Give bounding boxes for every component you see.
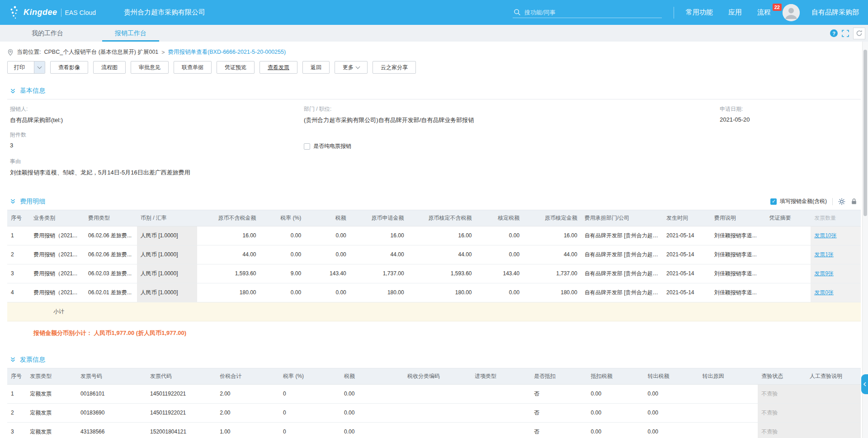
avatar[interactable]: [783, 4, 800, 21]
column-header: 发生时间: [663, 210, 711, 226]
epure-checkbox[interactable]: [304, 143, 310, 150]
column-header: 税收分类编码: [404, 368, 471, 385]
table-cell: 否: [530, 422, 587, 438]
table-cell: 06.02.01 差旅费...: [85, 283, 137, 302]
toolbar: 打印 查看影像 流程图 审批意见 联查单据 凭证预览 查看发票 返回 更多 云之…: [7, 61, 861, 74]
table-row[interactable]: 3费用报销（2021...06.02.03 差旅费...人民币 [1.0000]…: [7, 264, 861, 283]
field-value: 2021-05-20: [720, 116, 858, 123]
table-cell: 180.00: [350, 283, 408, 302]
print-button[interactable]: 打印: [7, 61, 45, 74]
tab-reimburse-workbench[interactable]: 报销工作台: [102, 25, 159, 42]
table-cell: 1.00: [216, 422, 279, 438]
fill-amount-checkbox-row[interactable]: 填写报销金额(含税): [770, 198, 827, 205]
yunzhijia-share-button[interactable]: 云之家分享: [373, 61, 416, 74]
invoice-count-link[interactable]: 发票1张: [814, 251, 834, 258]
table-cell: 0.00: [644, 403, 699, 422]
table-cell: 00186101: [77, 384, 146, 403]
column-header: 价税合计: [216, 368, 279, 385]
table-cell: 1,593.60: [197, 264, 260, 283]
brand-product: EAS Cloud: [65, 9, 96, 16]
table-cell: 费用报销（2021...: [30, 283, 85, 302]
voucher-preview-button[interactable]: 凭证预览: [217, 61, 255, 74]
table-cell: 0.00: [340, 384, 404, 403]
breadcrumb-current-link[interactable]: 费用报销单查看(BXD-6666-2021-5-20-000255): [168, 48, 286, 56]
table-cell: 44.00: [197, 245, 260, 264]
nav-process[interactable]: 流程 22: [757, 8, 771, 17]
table-row[interactable]: 4费用报销（2021...06.02.01 差旅费...人民币 [1.0000]…: [7, 283, 861, 302]
table-cell: 2: [7, 403, 26, 422]
field-epure-invoice: 是否纯电票报销: [304, 131, 720, 151]
table-cell: 刘佳颖报销李道...: [711, 283, 766, 302]
collapse-chevrons-icon[interactable]: [10, 357, 16, 363]
table-row[interactable]: 3定额发票431385661520018041211.0000.00否0.000…: [7, 422, 861, 438]
table-cell: [471, 422, 530, 438]
table-cell: 费用报销（2021...: [30, 264, 85, 283]
table-cell: 0.00: [644, 384, 699, 403]
table-cell: [404, 384, 471, 403]
panel-collapse-tab[interactable]: [861, 374, 868, 394]
table-row[interactable]: 1定额发票001861011450119220212.0000.00否0.000…: [7, 384, 861, 403]
collapse-chevrons-icon[interactable]: [10, 198, 16, 204]
nav-common-functions[interactable]: 常用功能: [686, 8, 713, 17]
tab-gap: [76, 25, 102, 42]
table-cell: 0.00: [340, 422, 404, 438]
epure-checkbox-row[interactable]: 是否纯电票报销: [304, 142, 351, 150]
basic-info-grid: 报销人: 自有品牌采购部(tel:) 部门 / 职位: (贵州合力超市采购有限公…: [10, 105, 858, 158]
table-cell: 00183690: [77, 403, 146, 422]
table-row[interactable]: 1费用报销（2021...06.02.06 差旅费...人民币 [1.0000]…: [7, 226, 861, 245]
view-invoice-button[interactable]: 查看发票: [259, 61, 297, 74]
table-cell: [766, 264, 811, 283]
refresh-button[interactable]: [853, 28, 865, 39]
tab-my-workbench[interactable]: 我的工作台: [19, 25, 76, 42]
fill-amount-checkbox[interactable]: [770, 198, 777, 205]
back-button[interactable]: 返回: [302, 61, 330, 74]
linked-docs-button[interactable]: 联查单据: [174, 61, 212, 74]
invoice-count-link[interactable]: 发票9张: [814, 270, 834, 277]
table-cell: 0.00: [644, 422, 699, 438]
fullscreen-icon[interactable]: [842, 30, 849, 37]
table-cell: 不查验: [758, 403, 806, 422]
scrollbar-thumb[interactable]: [863, 50, 867, 216]
table-cell: 0.00: [260, 245, 305, 264]
invoice-count-link[interactable]: 发票0张: [814, 289, 834, 296]
kingdee-logo-icon: [9, 5, 20, 20]
table-cell: 自有品牌开发部 [贵州合力超市...: [581, 245, 663, 264]
flowchart-button[interactable]: 流程图: [93, 61, 126, 74]
kingdee-brand: Kingdee EAS Cloud: [9, 5, 96, 20]
checkbox-label: 填写报销金额(含税): [780, 198, 827, 205]
nav-applications[interactable]: 应用: [728, 8, 742, 17]
divider: [832, 198, 833, 205]
field-label: 申请日期:: [720, 105, 858, 113]
lock-icon[interactable]: [851, 198, 857, 205]
approval-opinion-button[interactable]: 审批意见: [131, 61, 169, 74]
search-input[interactable]: [524, 9, 651, 16]
gear-icon[interactable]: [838, 198, 845, 205]
header-nav: 常用功能 应用 流程 22: [686, 8, 771, 17]
table-cell: 不查验: [758, 384, 806, 403]
column-header: 抵扣税额: [587, 368, 644, 385]
table-cell: 145011922021: [146, 403, 216, 422]
table-cell: 0.00: [476, 245, 524, 264]
column-header: 原币核定金额: [523, 210, 581, 226]
table-cell: 180.00: [197, 283, 260, 302]
table-cell: 3: [7, 264, 30, 283]
view-image-button[interactable]: 查看影像: [50, 61, 88, 74]
table-row[interactable]: 2定额发票001836901450119220212.0000.00否0.000…: [7, 403, 861, 422]
table-cell: 1,593.60: [408, 264, 476, 283]
print-label[interactable]: 打印: [8, 61, 31, 73]
field-reason: 事由 刘佳颖报销李道模、邹嵘、龙妃，5月14日-5月16日出差广西差旅费用: [10, 158, 858, 177]
table-cell: [471, 403, 530, 422]
invoice-count-link[interactable]: 发票10张: [814, 232, 836, 239]
table-row[interactable]: 2费用报销（2021...06.02.06 差旅费...人民币 [1.0000]…: [7, 245, 861, 264]
column-header: 人工查验说明: [806, 368, 861, 385]
table-cell: 不查验: [758, 422, 806, 438]
help-icon[interactable]: ?: [830, 29, 838, 37]
table-cell: [698, 384, 758, 403]
user-name[interactable]: 自有品牌采购部: [811, 8, 859, 17]
collapse-chevrons-icon[interactable]: [10, 88, 16, 94]
field-label: 事由: [10, 158, 858, 165]
table-cell: 2021-05-14: [663, 226, 711, 245]
more-button[interactable]: 更多: [335, 61, 368, 74]
column-header: 原币核定不含税额: [408, 210, 476, 226]
print-dropdown-caret[interactable]: [34, 61, 45, 73]
